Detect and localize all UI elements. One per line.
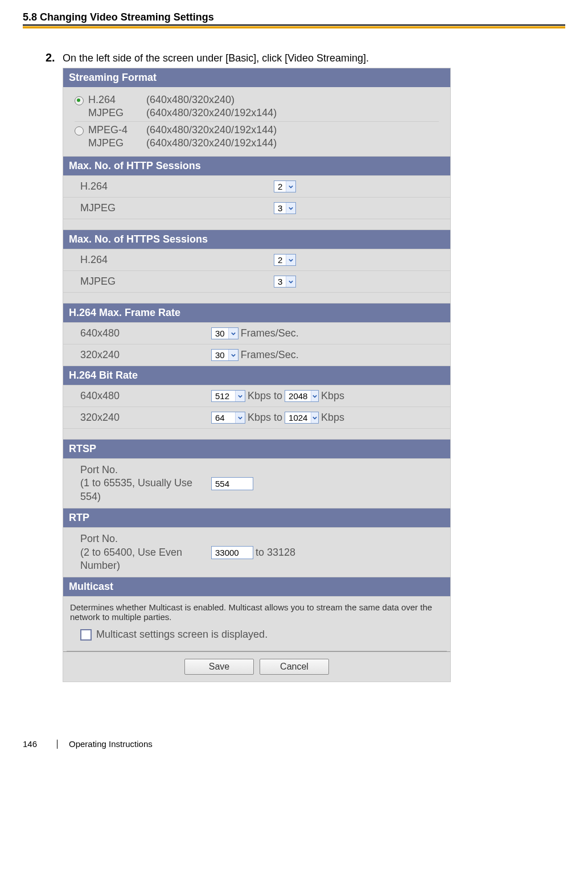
http-mjpeg-select[interactable]: 3 bbox=[274, 202, 296, 214]
step-number: 2. bbox=[46, 51, 63, 64]
rtp-port-input[interactable] bbox=[211, 546, 253, 559]
https-h264-row: H.264 2 bbox=[63, 249, 450, 270]
framerate-320-select[interactable]: 30 bbox=[211, 349, 239, 361]
rtp-suffix: to 33128 bbox=[256, 547, 295, 559]
multicast-checkbox-row[interactable]: Multicast settings screen is displayed. bbox=[63, 625, 450, 651]
settings-panel: Streaming Format H.264 (640x480/320x240)… bbox=[63, 68, 451, 682]
https-mjpeg-select[interactable]: 3 bbox=[274, 276, 296, 288]
framerate-unit: Frames/Sec. bbox=[241, 349, 299, 361]
bitrate-320-row: 320x240 64 Kbps to 1024 Kbps bbox=[63, 407, 450, 428]
https-mjpeg-row: MJPEG 3 bbox=[63, 270, 450, 292]
framerate-320-label: 320x240 bbox=[63, 344, 205, 366]
bitrate-unit: Kbps bbox=[321, 412, 344, 424]
framerate-unit: Frames/Sec. bbox=[241, 327, 299, 339]
radio-icon bbox=[75, 96, 84, 105]
http-h264-row: H.264 2 bbox=[63, 175, 450, 197]
cancel-button[interactable]: Cancel bbox=[260, 659, 329, 675]
bitrate-unit: Kbps bbox=[321, 390, 344, 402]
rtsp-row: Port No. (1 to 65535, Usually Use 554) bbox=[63, 458, 450, 508]
chevron-down-icon bbox=[286, 203, 295, 214]
bitrate-640-from-select[interactable]: 512 bbox=[211, 390, 245, 402]
bitrate-640-from: 512 bbox=[212, 391, 235, 401]
rtp-label: Port No. (2 to 65400, Use Even Number) bbox=[63, 528, 205, 577]
step-text: On the left side of the screen under [Ba… bbox=[63, 52, 369, 64]
multicast-checkbox-label: Multicast settings screen is displayed. bbox=[96, 629, 268, 641]
header-multicast: Multicast bbox=[63, 577, 450, 596]
https-h264-select[interactable]: 2 bbox=[274, 254, 296, 266]
opt2-codec2: MJPEG bbox=[88, 137, 139, 149]
chevron-down-icon bbox=[235, 412, 245, 423]
chevron-down-icon bbox=[286, 181, 295, 192]
save-button[interactable]: Save bbox=[184, 659, 254, 675]
bitrate-to-text: Kbps to bbox=[248, 390, 282, 402]
opt1-codec2: MJPEG bbox=[88, 107, 139, 119]
bitrate-320-from-select[interactable]: 64 bbox=[211, 412, 245, 424]
section-rule bbox=[23, 24, 565, 28]
framerate-320-value: 30 bbox=[212, 350, 228, 360]
document-name: Operating Instructions bbox=[69, 739, 153, 749]
chevron-down-icon bbox=[235, 391, 245, 401]
header-http-sessions: Max. No. of HTTP Sessions bbox=[63, 156, 450, 175]
https-h264-value: 2 bbox=[274, 255, 286, 265]
rtsp-port-input[interactable] bbox=[211, 477, 253, 490]
https-h264-label: H.264 bbox=[63, 249, 268, 270]
framerate-640-label: 640x480 bbox=[63, 323, 205, 344]
header-streaming-format: Streaming Format bbox=[63, 68, 450, 87]
chevron-down-icon bbox=[311, 412, 318, 423]
opt1-codec1: H.264 bbox=[88, 94, 139, 106]
footer-divider bbox=[57, 740, 57, 749]
section-title: 5.8 Changing Video Streaming Settings bbox=[23, 11, 565, 23]
checkbox-icon bbox=[80, 629, 92, 641]
bitrate-640-row: 640x480 512 Kbps to 2048 Kbps bbox=[63, 385, 450, 407]
chevron-down-icon bbox=[311, 391, 318, 401]
opt2-res1: (640x480/320x240/192x144) bbox=[146, 124, 277, 136]
opt1-res1: (640x480/320x240) bbox=[146, 94, 277, 106]
framerate-320-row: 320x240 30 Frames/Sec. bbox=[63, 344, 450, 366]
framerate-640-select[interactable]: 30 bbox=[211, 327, 239, 339]
bitrate-640-to-select[interactable]: 2048 bbox=[285, 390, 319, 402]
bitrate-640-label: 640x480 bbox=[63, 385, 205, 407]
bitrate-640-to: 2048 bbox=[285, 391, 311, 401]
framerate-640-value: 30 bbox=[212, 328, 228, 339]
header-rtsp: RTSP bbox=[63, 439, 450, 458]
opt2-res2: (640x480/320x240/192x144) bbox=[146, 137, 277, 149]
format-option-mpeg4[interactable]: MPEG-4 (640x480/320x240/192x144) MJPEG (… bbox=[75, 122, 439, 151]
http-mjpeg-row: MJPEG 3 bbox=[63, 197, 450, 219]
multicast-desc: Determines whether Multicast is enabled.… bbox=[63, 596, 450, 625]
chevron-down-icon bbox=[286, 276, 295, 287]
http-h264-value: 2 bbox=[274, 181, 286, 192]
chevron-down-icon bbox=[228, 350, 238, 360]
opt1-res2: (640x480/320x240/192x144) bbox=[146, 107, 277, 119]
page-number: 146 bbox=[23, 739, 46, 749]
button-bar: Save Cancel bbox=[63, 651, 450, 682]
step-row: 2. On the left side of the screen under … bbox=[46, 51, 565, 64]
bitrate-320-to: 1024 bbox=[285, 412, 311, 423]
https-mjpeg-label: MJPEG bbox=[63, 271, 268, 292]
radio-icon bbox=[75, 126, 84, 136]
bitrate-320-to-select[interactable]: 1024 bbox=[285, 412, 319, 424]
chevron-down-icon bbox=[228, 328, 238, 339]
header-bit-rate: H.264 Bit Rate bbox=[63, 366, 450, 385]
chevron-down-icon bbox=[286, 255, 295, 265]
format-option-h264[interactable]: H.264 (640x480/320x240) MJPEG (640x480/3… bbox=[75, 92, 439, 121]
http-mjpeg-label: MJPEG bbox=[63, 198, 268, 219]
http-h264-select[interactable]: 2 bbox=[274, 180, 296, 192]
rtp-row: Port No. (2 to 65400, Use Even Number) t… bbox=[63, 527, 450, 577]
http-mjpeg-value: 3 bbox=[274, 203, 286, 214]
framerate-640-row: 640x480 30 Frames/Sec. bbox=[63, 322, 450, 344]
http-h264-label: H.264 bbox=[63, 176, 268, 197]
bitrate-320-from: 64 bbox=[212, 412, 235, 423]
header-rtp: RTP bbox=[63, 508, 450, 527]
page-footer: 146 Operating Instructions bbox=[23, 739, 565, 749]
bitrate-to-text: Kbps to bbox=[248, 412, 282, 424]
bitrate-320-label: 320x240 bbox=[63, 407, 205, 428]
https-mjpeg-value: 3 bbox=[274, 276, 286, 287]
rtsp-label: Port No. (1 to 65535, Usually Use 554) bbox=[63, 459, 205, 508]
opt2-codec1: MPEG-4 bbox=[88, 124, 139, 136]
header-frame-rate: H.264 Max. Frame Rate bbox=[63, 303, 450, 322]
header-https-sessions: Max. No. of HTTPS Sessions bbox=[63, 229, 450, 249]
